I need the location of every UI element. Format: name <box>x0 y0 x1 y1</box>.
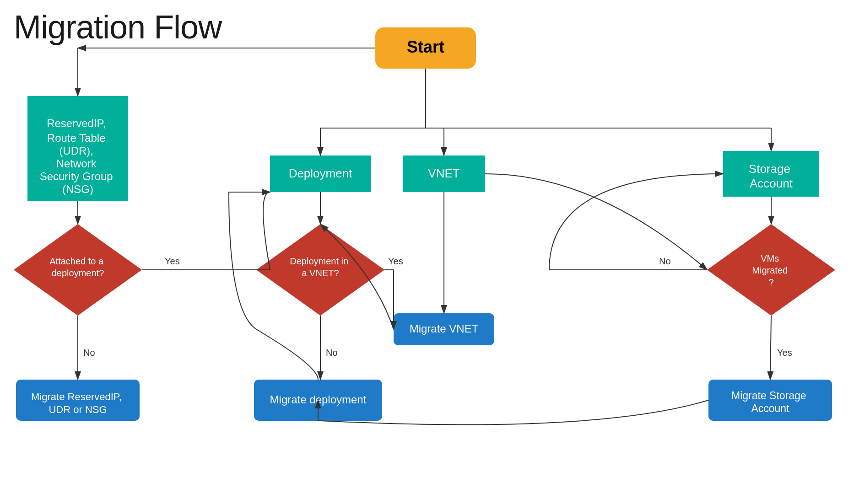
svg-text:Yes: Yes <box>388 256 403 266</box>
svg-line-50 <box>770 316 771 380</box>
svg-text:No: No <box>659 256 671 266</box>
deployment-node: Deployment <box>270 155 371 192</box>
svg-text:Yes: Yes <box>777 348 792 358</box>
svg-text:VNET: VNET <box>428 166 459 180</box>
svg-text:No: No <box>326 348 338 358</box>
svg-text:Start: Start <box>407 38 444 56</box>
deployment-vnet-diamond: Deployment in a VNET? <box>256 224 384 316</box>
migrate-storage-node: Migrate Storage Account <box>708 380 832 421</box>
migrate-reservedip-node: Migrate ReservedIP, UDR or NSG <box>16 380 140 421</box>
svg-text:Yes: Yes <box>165 256 180 266</box>
attached-diamond: Attached to a deployment? <box>14 224 142 316</box>
vms-migrated-diamond: VMs Migrated ? <box>707 224 835 316</box>
svg-text:Migrate VNET: Migrate VNET <box>410 322 479 335</box>
svg-text:No: No <box>83 348 95 358</box>
storage-account-node: Storage Account <box>723 151 819 197</box>
vnet-node: VNET <box>403 155 485 192</box>
start-node: Start <box>375 27 476 69</box>
svg-text:Deployment: Deployment <box>289 166 353 180</box>
reservedip-node: ReservedIP, Route Table (UDR), Network S… <box>27 96 128 201</box>
migrate-vnet-node: Migrate VNET <box>394 313 494 345</box>
